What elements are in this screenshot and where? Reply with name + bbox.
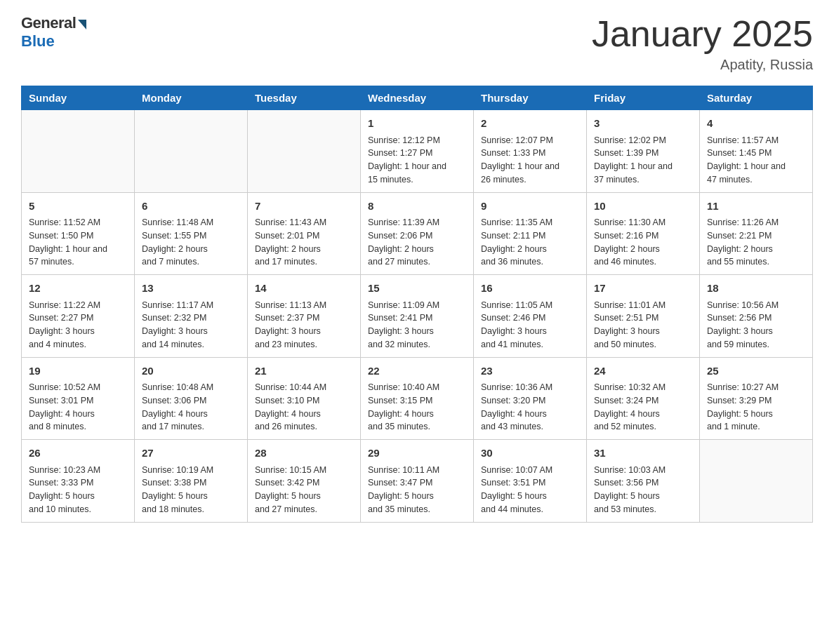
day-info: Sunrise: 10:52 AM Sunset: 3:01 PM Daylig… xyxy=(29,381,127,434)
day-number: 19 xyxy=(29,363,127,380)
calendar-cell: 7Sunrise: 11:43 AM Sunset: 2:01 PM Dayli… xyxy=(248,192,361,275)
calendar-cell: 6Sunrise: 11:48 AM Sunset: 1:55 PM Dayli… xyxy=(135,192,248,275)
calendar-cell xyxy=(700,440,813,523)
day-info: Sunrise: 10:07 AM Sunset: 3:51 PM Daylig… xyxy=(481,464,579,516)
day-info: Sunrise: 11:13 AM Sunset: 2:37 PM Daylig… xyxy=(255,299,353,351)
day-info: Sunrise: 11:52 AM Sunset: 1:50 PM Daylig… xyxy=(29,216,127,269)
calendar-cell: 18Sunrise: 10:56 AM Sunset: 2:56 PM Dayl… xyxy=(700,275,813,358)
logo-arrow-icon xyxy=(78,20,86,29)
day-number: 20 xyxy=(142,363,240,380)
calendar-cell: 24Sunrise: 10:32 AM Sunset: 3:24 PM Dayl… xyxy=(587,357,700,440)
day-info: Sunrise: 11:22 AM Sunset: 2:27 PM Daylig… xyxy=(29,299,127,351)
day-info: Sunrise: 11:48 AM Sunset: 1:55 PM Daylig… xyxy=(142,216,240,269)
calendar-cell: 15Sunrise: 11:09 AM Sunset: 2:41 PM Dayl… xyxy=(361,275,474,358)
calendar-cell: 27Sunrise: 10:19 AM Sunset: 3:38 PM Dayl… xyxy=(135,440,248,523)
weekday-header-sunday: Sunday xyxy=(22,86,135,110)
day-info: Sunrise: 10:36 AM Sunset: 3:20 PM Daylig… xyxy=(481,381,579,434)
calendar-cell: 28Sunrise: 10:15 AM Sunset: 3:42 PM Dayl… xyxy=(248,440,361,523)
day-number: 28 xyxy=(255,445,353,462)
calendar-cell: 25Sunrise: 10:27 AM Sunset: 3:29 PM Dayl… xyxy=(700,357,813,440)
calendar-cell: 10Sunrise: 11:30 AM Sunset: 2:16 PM Dayl… xyxy=(587,192,700,275)
day-info: Sunrise: 10:40 AM Sunset: 3:15 PM Daylig… xyxy=(368,381,466,434)
day-number: 26 xyxy=(29,445,127,462)
day-info: Sunrise: 11:26 AM Sunset: 2:21 PM Daylig… xyxy=(707,216,805,269)
day-info: Sunrise: 12:02 PM Sunset: 1:39 PM Daylig… xyxy=(594,134,692,187)
day-info: Sunrise: 11:05 AM Sunset: 2:46 PM Daylig… xyxy=(481,299,579,351)
week-row-3: 12Sunrise: 11:22 AM Sunset: 2:27 PM Dayl… xyxy=(22,275,813,358)
calendar-cell: 12Sunrise: 11:22 AM Sunset: 2:27 PM Dayl… xyxy=(22,275,135,358)
location-label: Apatity, Russia xyxy=(592,57,813,73)
day-number: 16 xyxy=(481,281,579,297)
title-section: January 2025 Apatity, Russia xyxy=(592,14,813,73)
day-info: Sunrise: 10:03 AM Sunset: 3:56 PM Daylig… xyxy=(594,464,692,516)
calendar-cell: 23Sunrise: 10:36 AM Sunset: 3:20 PM Dayl… xyxy=(474,357,587,440)
day-number: 27 xyxy=(142,445,240,462)
day-info: Sunrise: 10:23 AM Sunset: 3:33 PM Daylig… xyxy=(29,464,127,516)
calendar-cell: 14Sunrise: 11:13 AM Sunset: 2:37 PM Dayl… xyxy=(248,275,361,358)
calendar-cell: 3Sunrise: 12:02 PM Sunset: 1:39 PM Dayli… xyxy=(587,110,700,193)
calendar-cell: 13Sunrise: 11:17 AM Sunset: 2:32 PM Dayl… xyxy=(135,275,248,358)
weekday-header-tuesday: Tuesday xyxy=(248,86,361,110)
day-info: Sunrise: 10:32 AM Sunset: 3:24 PM Daylig… xyxy=(594,381,692,434)
weekday-header-row: SundayMondayTuesdayWednesdayThursdayFrid… xyxy=(22,86,813,110)
day-info: Sunrise: 10:19 AM Sunset: 3:38 PM Daylig… xyxy=(142,464,240,516)
day-number: 17 xyxy=(594,281,692,297)
day-info: Sunrise: 10:27 AM Sunset: 3:29 PM Daylig… xyxy=(707,381,805,434)
day-info: Sunrise: 11:35 AM Sunset: 2:11 PM Daylig… xyxy=(481,216,579,269)
calendar-cell xyxy=(135,110,248,193)
day-number: 3 xyxy=(594,116,692,132)
day-number: 11 xyxy=(707,199,805,215)
logo-blue-text: Blue xyxy=(21,32,55,51)
weekday-header-saturday: Saturday xyxy=(700,86,813,110)
day-number: 9 xyxy=(481,199,579,215)
calendar-cell: 16Sunrise: 11:05 AM Sunset: 2:46 PM Dayl… xyxy=(474,275,587,358)
week-row-5: 26Sunrise: 10:23 AM Sunset: 3:33 PM Dayl… xyxy=(22,440,813,523)
calendar-cell: 9Sunrise: 11:35 AM Sunset: 2:11 PM Dayli… xyxy=(474,192,587,275)
calendar-cell: 22Sunrise: 10:40 AM Sunset: 3:15 PM Dayl… xyxy=(361,357,474,440)
calendar-cell: 26Sunrise: 10:23 AM Sunset: 3:33 PM Dayl… xyxy=(22,440,135,523)
calendar-cell: 29Sunrise: 10:11 AM Sunset: 3:47 PM Dayl… xyxy=(361,440,474,523)
day-info: Sunrise: 11:30 AM Sunset: 2:16 PM Daylig… xyxy=(594,216,692,269)
weekday-header-wednesday: Wednesday xyxy=(361,86,474,110)
page-header: General Blue January 2025 Apatity, Russi… xyxy=(21,14,813,73)
logo: General Blue xyxy=(21,14,86,51)
day-info: Sunrise: 10:11 AM Sunset: 3:47 PM Daylig… xyxy=(368,464,466,516)
day-info: Sunrise: 10:48 AM Sunset: 3:06 PM Daylig… xyxy=(142,381,240,434)
day-number: 25 xyxy=(707,363,805,380)
calendar-cell: 4Sunrise: 11:57 AM Sunset: 1:45 PM Dayli… xyxy=(700,110,813,193)
week-row-1: 1Sunrise: 12:12 PM Sunset: 1:27 PM Dayli… xyxy=(22,110,813,193)
day-number: 10 xyxy=(594,199,692,215)
calendar-cell: 19Sunrise: 10:52 AM Sunset: 3:01 PM Dayl… xyxy=(22,357,135,440)
calendar-cell: 30Sunrise: 10:07 AM Sunset: 3:51 PM Dayl… xyxy=(474,440,587,523)
day-info: Sunrise: 11:01 AM Sunset: 2:51 PM Daylig… xyxy=(594,299,692,351)
day-info: Sunrise: 10:44 AM Sunset: 3:10 PM Daylig… xyxy=(255,381,353,434)
day-info: Sunrise: 11:57 AM Sunset: 1:45 PM Daylig… xyxy=(707,134,805,187)
day-number: 2 xyxy=(481,116,579,132)
day-number: 1 xyxy=(368,116,466,132)
day-number: 18 xyxy=(707,281,805,297)
day-number: 5 xyxy=(29,199,127,215)
calendar-cell xyxy=(248,110,361,193)
weekday-header-thursday: Thursday xyxy=(474,86,587,110)
day-number: 30 xyxy=(481,445,579,462)
weekday-header-monday: Monday xyxy=(135,86,248,110)
day-info: Sunrise: 11:09 AM Sunset: 2:41 PM Daylig… xyxy=(368,299,466,351)
day-number: 7 xyxy=(255,199,353,215)
calendar-table: SundayMondayTuesdayWednesdayThursdayFrid… xyxy=(21,86,813,523)
day-number: 12 xyxy=(29,281,127,297)
day-info: Sunrise: 11:43 AM Sunset: 2:01 PM Daylig… xyxy=(255,216,353,269)
day-info: Sunrise: 10:56 AM Sunset: 2:56 PM Daylig… xyxy=(707,299,805,351)
day-number: 14 xyxy=(255,281,353,297)
day-number: 6 xyxy=(142,199,240,215)
day-number: 29 xyxy=(368,445,466,462)
logo-general-text: General xyxy=(21,14,76,32)
week-row-4: 19Sunrise: 10:52 AM Sunset: 3:01 PM Dayl… xyxy=(22,357,813,440)
day-number: 8 xyxy=(368,199,466,215)
day-number: 31 xyxy=(594,445,692,462)
calendar-cell: 11Sunrise: 11:26 AM Sunset: 2:21 PM Dayl… xyxy=(700,192,813,275)
day-number: 23 xyxy=(481,363,579,380)
day-info: Sunrise: 11:39 AM Sunset: 2:06 PM Daylig… xyxy=(368,216,466,269)
day-number: 21 xyxy=(255,363,353,380)
day-number: 4 xyxy=(707,116,805,132)
day-number: 22 xyxy=(368,363,466,380)
